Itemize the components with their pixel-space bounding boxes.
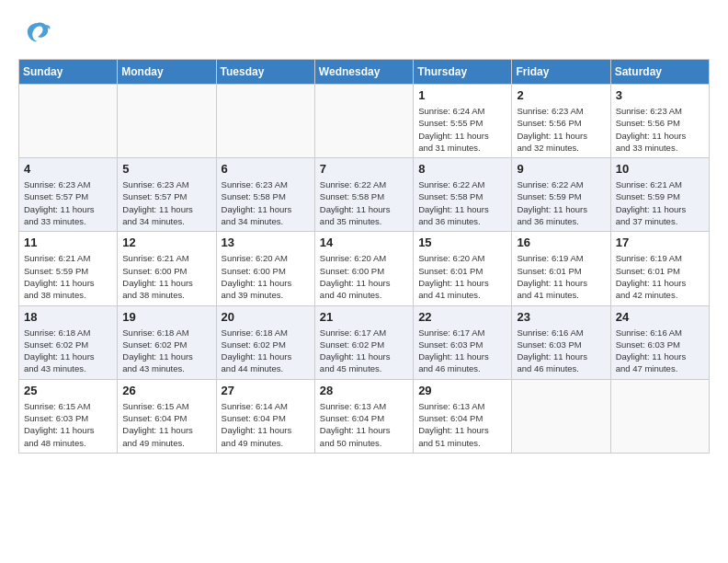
- calendar-week-3: 11Sunrise: 6:21 AM Sunset: 5:59 PM Dayli…: [19, 232, 710, 305]
- calendar-week-1: 1Sunrise: 6:24 AM Sunset: 5:55 PM Daylig…: [19, 85, 710, 158]
- day-info: Sunrise: 6:18 AM Sunset: 6:02 PM Dayligh…: [24, 327, 112, 375]
- table-row: 8Sunrise: 6:22 AM Sunset: 5:58 PM Daylig…: [414, 158, 512, 232]
- table-row: 9Sunrise: 6:22 AM Sunset: 5:59 PM Daylig…: [512, 158, 610, 232]
- day-number: 2: [517, 88, 605, 102]
- table-row: 20Sunrise: 6:18 AM Sunset: 6:02 PM Dayli…: [216, 305, 314, 379]
- day-info: Sunrise: 6:17 AM Sunset: 6:03 PM Dayligh…: [418, 327, 506, 375]
- table-row: 2Sunrise: 6:23 AM Sunset: 5:56 PM Daylig…: [512, 85, 610, 158]
- day-info: Sunrise: 6:20 AM Sunset: 6:01 PM Dayligh…: [418, 252, 506, 301]
- day-info: Sunrise: 6:13 AM Sunset: 6:04 PM Dayligh…: [418, 400, 506, 449]
- table-row: 25Sunrise: 6:15 AM Sunset: 6:03 PM Dayli…: [19, 379, 118, 453]
- day-number: 12: [122, 236, 210, 249]
- table-row: 29Sunrise: 6:13 AM Sunset: 6:04 PM Dayli…: [414, 379, 512, 453]
- table-row: [216, 85, 314, 158]
- calendar-week-4: 18Sunrise: 6:18 AM Sunset: 6:02 PM Dayli…: [19, 305, 710, 379]
- day-info: Sunrise: 6:19 AM Sunset: 6:01 PM Dayligh…: [616, 252, 704, 301]
- day-number: 28: [320, 384, 408, 397]
- day-number: 22: [418, 310, 506, 324]
- day-number: 27: [222, 384, 310, 397]
- day-info: Sunrise: 6:20 AM Sunset: 6:00 PM Dayligh…: [222, 252, 310, 301]
- day-header-thursday: Thursday: [414, 60, 512, 85]
- table-row: 27Sunrise: 6:14 AM Sunset: 6:04 PM Dayli…: [216, 379, 314, 453]
- day-info: Sunrise: 6:23 AM Sunset: 5:58 PM Dayligh…: [222, 178, 310, 227]
- day-info: Sunrise: 6:18 AM Sunset: 6:02 PM Dayligh…: [222, 327, 310, 375]
- day-number: 4: [24, 162, 112, 176]
- day-number: 6: [222, 162, 310, 176]
- table-row: 26Sunrise: 6:15 AM Sunset: 6:04 PM Dayli…: [118, 379, 216, 453]
- day-number: 9: [517, 162, 605, 176]
- table-row: 11Sunrise: 6:21 AM Sunset: 5:59 PM Dayli…: [19, 232, 118, 305]
- day-info: Sunrise: 6:18 AM Sunset: 6:02 PM Dayligh…: [122, 327, 210, 375]
- day-number: 1: [418, 88, 506, 102]
- day-number: 14: [320, 236, 408, 249]
- table-row: 28Sunrise: 6:13 AM Sunset: 6:04 PM Dayli…: [314, 379, 413, 453]
- day-info: Sunrise: 6:23 AM Sunset: 5:56 PM Dayligh…: [616, 105, 704, 154]
- table-row: [19, 85, 118, 158]
- day-info: Sunrise: 6:19 AM Sunset: 6:01 PM Dayligh…: [517, 252, 605, 301]
- day-number: 24: [616, 310, 704, 324]
- day-number: 18: [24, 310, 112, 324]
- table-row: [314, 85, 413, 158]
- day-header-friday: Friday: [512, 60, 610, 85]
- day-info: Sunrise: 6:22 AM Sunset: 5:59 PM Dayligh…: [517, 178, 605, 227]
- day-info: Sunrise: 6:22 AM Sunset: 5:58 PM Dayligh…: [418, 178, 506, 227]
- table-row: 19Sunrise: 6:18 AM Sunset: 6:02 PM Dayli…: [118, 305, 216, 379]
- day-info: Sunrise: 6:21 AM Sunset: 5:59 PM Dayligh…: [24, 252, 112, 301]
- day-number: 3: [616, 88, 704, 102]
- day-info: Sunrise: 6:20 AM Sunset: 6:00 PM Dayligh…: [320, 252, 408, 301]
- day-info: Sunrise: 6:23 AM Sunset: 5:57 PM Dayligh…: [24, 178, 112, 227]
- day-number: 19: [122, 310, 210, 324]
- calendar-week-5: 25Sunrise: 6:15 AM Sunset: 6:03 PM Dayli…: [19, 379, 710, 453]
- day-number: 23: [517, 310, 605, 324]
- day-number: 25: [24, 384, 112, 397]
- day-info: Sunrise: 6:22 AM Sunset: 5:58 PM Dayligh…: [320, 178, 408, 227]
- day-number: 21: [320, 310, 408, 324]
- day-number: 13: [222, 236, 310, 249]
- day-number: 29: [418, 384, 506, 397]
- table-row: 15Sunrise: 6:20 AM Sunset: 6:01 PM Dayli…: [414, 232, 512, 305]
- day-header-saturday: Saturday: [610, 60, 709, 85]
- day-info: Sunrise: 6:21 AM Sunset: 5:59 PM Dayligh…: [616, 178, 704, 227]
- table-row: 7Sunrise: 6:22 AM Sunset: 5:58 PM Daylig…: [314, 158, 413, 232]
- logo: [18, 18, 51, 50]
- day-number: 5: [122, 162, 210, 176]
- table-row: 13Sunrise: 6:20 AM Sunset: 6:00 PM Dayli…: [216, 232, 314, 305]
- day-info: Sunrise: 6:23 AM Sunset: 5:56 PM Dayligh…: [517, 105, 605, 154]
- day-number: 7: [320, 162, 408, 176]
- day-number: 17: [616, 236, 704, 249]
- page-header: [18, 18, 710, 50]
- calendar-header-row: SundayMondayTuesdayWednesdayThursdayFrid…: [19, 60, 710, 85]
- day-header-sunday: Sunday: [19, 60, 118, 85]
- calendar-body: 1Sunrise: 6:24 AM Sunset: 5:55 PM Daylig…: [19, 85, 710, 454]
- day-number: 10: [616, 162, 704, 176]
- day-info: Sunrise: 6:14 AM Sunset: 6:04 PM Dayligh…: [222, 400, 310, 449]
- table-row: [610, 379, 709, 453]
- day-header-wednesday: Wednesday: [314, 60, 413, 85]
- day-info: Sunrise: 6:13 AM Sunset: 6:04 PM Dayligh…: [320, 400, 408, 449]
- table-row: 16Sunrise: 6:19 AM Sunset: 6:01 PM Dayli…: [512, 232, 610, 305]
- table-row: 12Sunrise: 6:21 AM Sunset: 6:00 PM Dayli…: [118, 232, 216, 305]
- day-info: Sunrise: 6:17 AM Sunset: 6:02 PM Dayligh…: [320, 327, 408, 375]
- day-header-tuesday: Tuesday: [216, 60, 314, 85]
- table-row: 18Sunrise: 6:18 AM Sunset: 6:02 PM Dayli…: [19, 305, 118, 379]
- day-info: Sunrise: 6:16 AM Sunset: 6:03 PM Dayligh…: [616, 327, 704, 375]
- table-row: 1Sunrise: 6:24 AM Sunset: 5:55 PM Daylig…: [414, 85, 512, 158]
- day-number: 8: [418, 162, 506, 176]
- table-row: 10Sunrise: 6:21 AM Sunset: 5:59 PM Dayli…: [610, 158, 709, 232]
- table-row: [118, 85, 216, 158]
- table-row: 6Sunrise: 6:23 AM Sunset: 5:58 PM Daylig…: [216, 158, 314, 232]
- table-row: 24Sunrise: 6:16 AM Sunset: 6:03 PM Dayli…: [610, 305, 709, 379]
- day-info: Sunrise: 6:16 AM Sunset: 6:03 PM Dayligh…: [517, 327, 605, 375]
- logo-bird-icon: [24, 18, 51, 46]
- day-number: 15: [418, 236, 506, 249]
- table-row: 23Sunrise: 6:16 AM Sunset: 6:03 PM Dayli…: [512, 305, 610, 379]
- day-info: Sunrise: 6:24 AM Sunset: 5:55 PM Dayligh…: [418, 105, 506, 154]
- calendar-week-2: 4Sunrise: 6:23 AM Sunset: 5:57 PM Daylig…: [19, 158, 710, 232]
- table-row: [512, 379, 610, 453]
- table-row: 3Sunrise: 6:23 AM Sunset: 5:56 PM Daylig…: [610, 85, 709, 158]
- table-row: 14Sunrise: 6:20 AM Sunset: 6:00 PM Dayli…: [314, 232, 413, 305]
- day-info: Sunrise: 6:21 AM Sunset: 6:00 PM Dayligh…: [122, 252, 210, 301]
- table-row: 5Sunrise: 6:23 AM Sunset: 5:57 PM Daylig…: [118, 158, 216, 232]
- day-number: 11: [24, 236, 112, 249]
- day-number: 26: [122, 384, 210, 397]
